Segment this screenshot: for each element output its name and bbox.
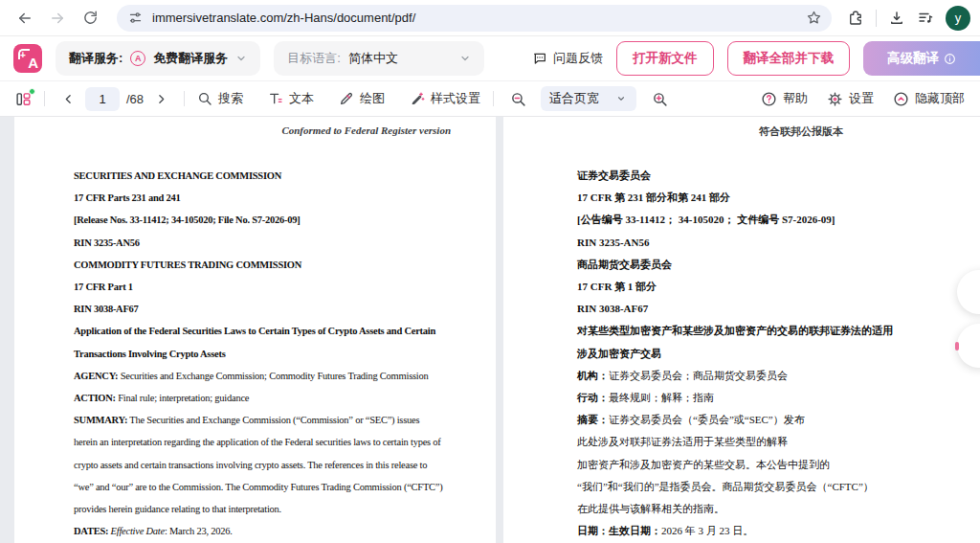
page-total: /68 (126, 92, 144, 106)
document-line: provides herein guidance relating to tha… (74, 498, 442, 520)
forward-button[interactable] (44, 5, 71, 32)
pro-translate-label: 高级翻译 (887, 50, 939, 67)
download-icon[interactable] (888, 10, 905, 27)
page-number-input[interactable] (85, 87, 120, 111)
floating-ball[interactable] (957, 270, 980, 314)
feedback-button[interactable]: 问题反馈 (532, 50, 603, 67)
extensions-icon[interactable] (847, 10, 864, 27)
pdf-viewer[interactable]: Conformed to Federal Register version SE… (0, 117, 980, 543)
open-new-file-button[interactable]: 打开新文件 (616, 41, 714, 76)
avatar[interactable]: y (946, 6, 970, 31)
floating-widget[interactable] (957, 270, 980, 377)
document-line: Transactions Involving Crypto Assets (74, 343, 442, 365)
info-icon (944, 53, 956, 65)
document-line: “我们”和“我们的”是指委员会。商品期货交易委员会（“CFTC”） (577, 476, 893, 498)
chevron-down-icon (235, 53, 247, 64)
document-line: [Release Nos. 33-11412; 34-105020; File … (74, 209, 442, 231)
chevron-up-circle-icon (893, 91, 909, 107)
back-button[interactable] (11, 5, 38, 32)
document-line: 17 CFR 第 231 部分和第 241 部分 (577, 187, 893, 209)
page-header-translated: 符合联邦公报版本 (577, 124, 843, 139)
url-text: immersivetranslate.com/zh-Hans/document/… (152, 11, 796, 25)
style-wand-icon (410, 91, 425, 106)
reading-list-icon[interactable] (917, 10, 934, 27)
zoom-mode-select[interactable]: 适合页宽 (541, 86, 636, 111)
settings-label: 设置 (849, 90, 874, 107)
settings-button[interactable]: 设置 (827, 90, 874, 107)
document-line: 加密资产和涉及加密资产的某些交易。本公告中提到的 (577, 454, 893, 476)
target-language-select[interactable]: 目标语言: 简体中文 (274, 41, 484, 76)
translate-all-download-button[interactable]: 翻译全部并下载 (727, 41, 851, 76)
document-line: AGENCY: Securities and Exchange Commissi… (74, 365, 442, 387)
document-line: Application of the Federal Securities La… (74, 320, 442, 342)
text-tool-button[interactable]: 文本 (268, 90, 314, 107)
document-line: 涉及加密资产交易 (577, 343, 893, 365)
search-label: 搜索 (218, 90, 243, 107)
help-label: 帮助 (783, 90, 808, 107)
help-icon (761, 91, 777, 107)
divider (44, 91, 45, 106)
zoom-out-button[interactable] (506, 87, 529, 110)
floating-ball-secondary[interactable] (957, 324, 980, 368)
previous-page-button[interactable] (57, 88, 78, 109)
search-button[interactable]: 搜索 (197, 90, 243, 107)
document-line: RIN 3235-AN56 (577, 232, 893, 254)
back-icon (16, 10, 33, 27)
chevron-left-icon (62, 93, 75, 105)
thumbnail-panel-button[interactable] (15, 91, 32, 107)
page-body-original: SECURITIES AND EXCHANGE COMMISSION17 CFR… (74, 165, 442, 542)
pdf-page-translated: 符合联邦公报版本 证券交易委员会17 CFR 第 231 部分和第 241 部分… (503, 117, 980, 543)
divider (493, 91, 494, 106)
status-dot (29, 88, 35, 95)
document-line: 商品期货交易委员会 (577, 254, 893, 276)
draw-tool-label: 绘图 (360, 90, 385, 107)
service-value: 免费翻译服务 (153, 50, 228, 67)
document-line: [公告编号 33-11412； 34-105020； 文件编号 S7-2026-… (577, 209, 893, 231)
bookmark-star-icon[interactable] (806, 10, 822, 26)
zoom-mode-value: 适合页宽 (549, 90, 599, 107)
help-button[interactable]: 帮助 (761, 90, 808, 107)
document-line: 证券交易委员会 (577, 165, 893, 187)
document-line: herein an interpretation regarding the a… (74, 431, 442, 453)
forward-icon (49, 10, 66, 27)
next-page-button[interactable] (150, 88, 171, 109)
zoom-in-button[interactable] (648, 87, 671, 110)
style-settings-label: 样式设置 (431, 90, 480, 107)
reload-button[interactable] (77, 5, 103, 32)
browser-chrome: immersivetranslate.com/zh-Hans/document/… (0, 0, 980, 36)
document-line: crypto assets and certain transactions i… (74, 454, 442, 476)
target-language-label: 目标语言: (287, 50, 341, 67)
reload-icon (82, 10, 99, 26)
page-body-translated: 证券交易委员会17 CFR 第 231 部分和第 241 部分[公告编号 33-… (577, 165, 893, 542)
translation-service-select[interactable]: 翻译服务: A 免费翻译服务 (56, 41, 260, 76)
document-line: 日期：生效日期：2026 年 3 月 23 日。 (577, 520, 893, 542)
document-line: “we” and “our” are to the Commission. Th… (74, 476, 442, 498)
search-icon (197, 91, 212, 106)
document-line: 17 CFR Parts 231 and 241 (74, 187, 442, 209)
service-label: 翻译服务: (69, 50, 122, 67)
address-bar[interactable]: immersivetranslate.com/zh-Hans/document/… (117, 5, 832, 32)
document-line: RIN 3038-AF67 (74, 298, 442, 320)
document-line: DATES: Effective Date: March 23, 2026. (74, 520, 442, 542)
feedback-label: 问题反馈 (553, 50, 603, 67)
document-line: ACTION: Final rule; interpretation; guid… (74, 387, 442, 409)
document-line: 在此提供与该解释相关的指南。 (577, 498, 893, 520)
hide-top-label: 隐藏顶部 (915, 90, 965, 107)
style-settings-button[interactable]: 样式设置 (410, 90, 480, 107)
document-line: 17 CFR 第 1 部分 (577, 276, 893, 298)
document-line: 此处涉及对联邦证券法适用于某些类型的解释 (577, 431, 893, 453)
chevron-down-icon (616, 94, 626, 103)
document-line: COMMODITY FUTURES TRADING COMMISSION (74, 254, 442, 276)
draw-pen-icon (339, 91, 354, 106)
speech-bubble-icon (532, 51, 547, 66)
site-info-icon[interactable] (128, 11, 143, 25)
pdf-toolbar: /68 搜索 文本 绘图 样式设置 (0, 81, 980, 117)
draw-tool-button[interactable]: 绘图 (339, 90, 385, 107)
pro-translate-button[interactable]: 高级翻译 (863, 41, 980, 76)
document-line: SUMMARY: The Securities and Exchange Com… (74, 409, 442, 431)
document-line: RIN 3235-AN56 (74, 232, 442, 254)
document-line: 摘要：证券交易委员会（“委员会”或“SEC”）发布 (577, 409, 893, 431)
hide-top-button[interactable]: 隐藏顶部 (893, 90, 965, 107)
divider (184, 91, 185, 106)
immersive-translate-logo-icon: + A (13, 44, 42, 73)
